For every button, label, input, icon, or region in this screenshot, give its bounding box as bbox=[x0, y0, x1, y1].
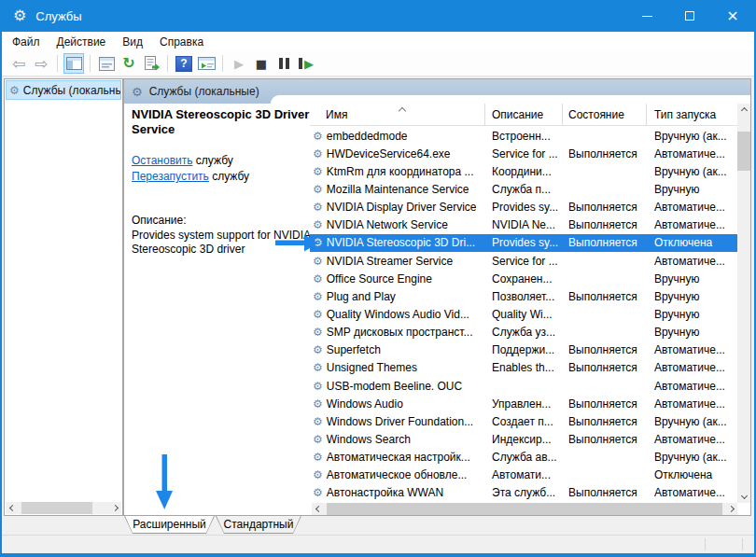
table-row[interactable]: ⚙NVIDIA Stereoscopic 3D Dri...Provides s… bbox=[310, 234, 737, 252]
minimize-icon bbox=[642, 16, 652, 17]
tree-item-services-local[interactable]: ⚙ Службы (локальные) bbox=[6, 80, 121, 100]
menu-view[interactable]: Вид bbox=[114, 34, 151, 50]
table-row[interactable]: ⚙Plug and PlayПозволяет...ВыполняетсяВру… bbox=[310, 287, 737, 305]
service-startup-type: Автоматиче... bbox=[647, 397, 737, 411]
table-row[interactable]: ⚙KtmRm для координатора ...Координи...Вр… bbox=[310, 162, 737, 180]
properties-button[interactable] bbox=[96, 53, 117, 74]
service-startup-type: Автоматиче... bbox=[647, 380, 737, 393]
pause-service-button[interactable] bbox=[273, 53, 294, 74]
service-gear-icon: ⚙ bbox=[313, 131, 323, 142]
forward-button[interactable]: ⇨ bbox=[31, 53, 51, 74]
menu-file[interactable]: Файл bbox=[4, 34, 49, 50]
properties-icon bbox=[99, 57, 115, 71]
service-description: Служба п... bbox=[485, 183, 563, 196]
service-name: NVIDIA Network Service bbox=[327, 218, 448, 231]
service-gear-icon: ⚙ bbox=[313, 219, 323, 230]
show-console-tree-button[interactable] bbox=[63, 53, 84, 74]
service-gear-icon: ⚙ bbox=[313, 184, 323, 195]
list-horizontal-scrollbar[interactable] bbox=[312, 503, 737, 515]
refresh-button[interactable]: ↻ bbox=[119, 53, 139, 74]
minimize-button[interactable] bbox=[625, 0, 668, 32]
start-service-button[interactable]: ▶ bbox=[229, 53, 249, 74]
tree-horizontal-scrollbar[interactable] bbox=[6, 502, 121, 514]
menu-help[interactable]: Справка bbox=[151, 34, 212, 50]
service-startup-type: Автоматиче... bbox=[647, 255, 737, 268]
service-name: Windows Audio bbox=[327, 397, 403, 411]
table-row[interactable]: ⚙NVIDIA Display Driver ServiceProvides s… bbox=[310, 199, 737, 216]
tab-standard[interactable]: Стандартный bbox=[216, 516, 301, 534]
service-status: Выполняется bbox=[563, 236, 647, 249]
show-description-pane-button[interactable] bbox=[196, 53, 217, 74]
toolbar-separator bbox=[57, 55, 58, 72]
export-list-button[interactable] bbox=[141, 53, 161, 74]
service-name-cell: ⚙embeddedmode bbox=[310, 130, 485, 143]
restart-service-button[interactable]: ▶ bbox=[296, 53, 316, 74]
table-row[interactable]: ⚙USB-modem Beeline. OUCАвтоматиче... bbox=[310, 377, 737, 395]
table-header: Имя Описание Состояние Тип запуска bbox=[310, 104, 737, 126]
scroll-right-icon[interactable] bbox=[724, 503, 737, 515]
service-name-cell: ⚙Windows Audio bbox=[310, 397, 485, 411]
column-header-name[interactable]: Имя bbox=[310, 104, 485, 125]
service-startup-type: Автоматиче... bbox=[647, 218, 737, 231]
service-gear-icon: ⚙ bbox=[313, 362, 323, 373]
service-name-cell: ⚙SMP дисковых пространст... bbox=[310, 326, 485, 339]
table-row[interactable]: ⚙NVIDIA Streamer ServiceService for ...А… bbox=[310, 252, 737, 270]
table-row[interactable]: ⚙Quality Windows Audio Vid...Quality Wi.… bbox=[310, 305, 737, 323]
tab-extended[interactable]: Расширенный bbox=[124, 516, 215, 534]
service-description: Поддержи... bbox=[485, 343, 563, 356]
table-row[interactable]: ⚙SMP дисковых пространст...Служба уз...В… bbox=[310, 324, 737, 341]
service-status: Выполняется bbox=[563, 415, 647, 428]
table-row[interactable]: ⚙Office Source EngineСохранен...Вручную bbox=[310, 270, 737, 287]
service-name-cell: ⚙NVIDIA Network Service bbox=[310, 218, 485, 231]
titlebar[interactable]: ⚙ Службы × bbox=[2, 0, 754, 32]
table-row[interactable]: ⚙Автонастройка WWANЭта служб...Выполняет… bbox=[310, 484, 737, 502]
table-row[interactable]: ⚙Windows Driver Foundation...Создает п..… bbox=[310, 412, 737, 430]
back-button[interactable]: ⇦ bbox=[8, 53, 29, 74]
table-row[interactable]: ⚙Автоматическая настройк...Служба ав...В… bbox=[310, 449, 737, 466]
table-row[interactable]: ⚙embeddedmodeВстроенн...Вручную (ак... bbox=[310, 127, 737, 145]
window-frame: ⚙ Службы × Файл Действие Вид Справка ⇦ ⇨ bbox=[2, 0, 754, 553]
service-name-cell: ⚙Автоматическое обновле... bbox=[310, 468, 485, 481]
resize-grip[interactable] bbox=[742, 538, 743, 550]
service-description: Служба ав... bbox=[485, 451, 563, 464]
service-gear-icon: ⚙ bbox=[313, 434, 323, 445]
services-window: ⚙ Службы × Файл Действие Вид Справка ⇦ ⇨ bbox=[0, 0, 756, 557]
refresh-icon: ↻ bbox=[122, 56, 134, 71]
help-button[interactable]: ? bbox=[174, 53, 194, 74]
stop-service-icon: ■ bbox=[256, 58, 267, 70]
list-vertical-scrollbar[interactable] bbox=[737, 104, 750, 503]
window-controls: × bbox=[625, 0, 754, 32]
restart-service-link[interactable]: Перезапустить bbox=[132, 170, 209, 183]
service-status: Выполняется bbox=[563, 343, 647, 356]
scroll-right-icon[interactable] bbox=[108, 502, 121, 514]
table-row[interactable]: ⚙Windows AudioУправлен...ВыполняетсяАвто… bbox=[310, 395, 737, 412]
service-gear-icon: ⚙ bbox=[313, 381, 323, 392]
column-header-startup-type[interactable]: Тип запуска bbox=[647, 104, 737, 125]
table-row[interactable]: ⚙Mozilla Maintenance ServiceСлужба п...В… bbox=[310, 180, 737, 198]
menu-action[interactable]: Действие bbox=[49, 34, 115, 50]
service-description: Позволяет... bbox=[485, 290, 563, 303]
scroll-down-icon[interactable] bbox=[737, 489, 750, 503]
column-header-description[interactable]: Описание bbox=[485, 104, 563, 125]
scroll-left-icon[interactable] bbox=[312, 503, 325, 515]
table-row[interactable]: ⚙Автоматическое обновле...Автомати...Отк… bbox=[310, 466, 737, 484]
table-row[interactable]: ⚙HWDeviceService64.exeService for ...Вып… bbox=[310, 145, 737, 162]
maximize-button[interactable] bbox=[668, 0, 711, 32]
table-row[interactable]: ⚙Unsigned ThemesEnables th...Выполняется… bbox=[310, 359, 737, 377]
stop-service-button[interactable]: ■ bbox=[251, 53, 272, 74]
service-name-cell: ⚙Windows Driver Foundation... bbox=[310, 415, 485, 428]
scrollbar-thumb[interactable] bbox=[327, 503, 722, 515]
scrollbar-thumb[interactable] bbox=[737, 132, 750, 171]
service-startup-type: Вручную bbox=[647, 308, 737, 321]
stop-service-link[interactable]: Остановить bbox=[132, 154, 193, 167]
table-row[interactable]: ⚙NVIDIA Network ServiceNVIDIA Ne...Выпол… bbox=[310, 216, 737, 234]
scroll-left-icon[interactable] bbox=[6, 502, 19, 514]
scrollbar-thumb[interactable] bbox=[21, 502, 92, 514]
column-header-status[interactable]: Состояние bbox=[563, 104, 647, 125]
close-button[interactable]: × bbox=[711, 0, 754, 32]
table-row[interactable]: ⚙SuperfetchПоддержи...ВыполняетсяАвтомат… bbox=[310, 341, 737, 359]
table-row[interactable]: ⚙Windows SearchИндексир...ВыполняетсяАвт… bbox=[310, 430, 737, 448]
scroll-up-icon[interactable] bbox=[737, 104, 750, 118]
service-status: Выполняется bbox=[563, 147, 647, 160]
service-name-cell: ⚙NVIDIA Stereoscopic 3D Dri... bbox=[310, 236, 485, 249]
